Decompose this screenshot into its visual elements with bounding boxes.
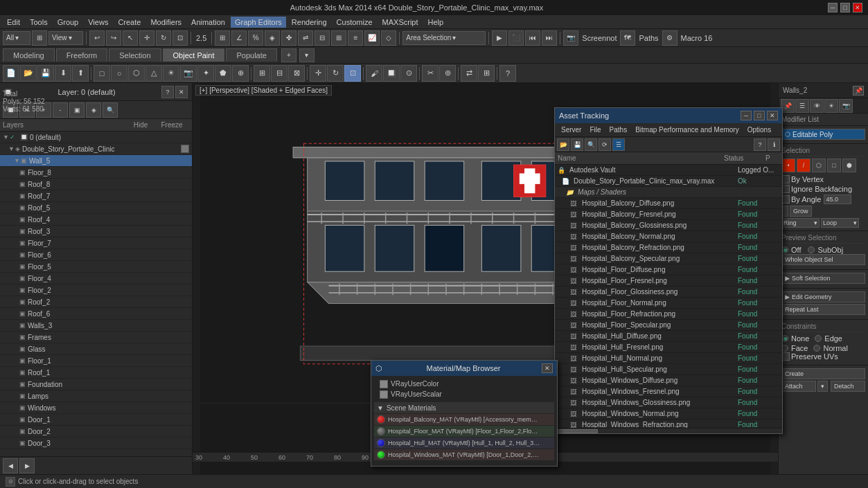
menu-maxscript[interactable]: MAXScript <box>378 17 423 28</box>
by-angle-input[interactable] <box>824 195 851 204</box>
mb-close-btn[interactable]: ✕ <box>542 363 553 373</box>
at-help-btn[interactable]: ? <box>754 138 766 151</box>
particle-btn[interactable]: ✦ <box>197 65 214 82</box>
layer-nav-next[interactable]: ▶ <box>19 458 35 473</box>
list-item[interactable]: ▣Door_2 <box>0 426 192 437</box>
vert-select-icon[interactable]: • <box>781 159 795 172</box>
list-item[interactable]: 🖼Hospital_Floor_Fresnel.pngFound <box>555 275 782 287</box>
list-item[interactable]: ▼ ▣ Wall_5 <box>0 155 192 167</box>
scale-button[interactable]: ⊡ <box>172 30 188 46</box>
list-item[interactable]: ▣Foundation <box>0 379 192 390</box>
border-select-icon[interactable]: ⬡ <box>812 159 826 172</box>
stop-anim-btn[interactable]: ⬛ <box>508 30 524 46</box>
list-item[interactable]: ▣Roof_2 <box>0 296 192 308</box>
menu-modifiers[interactable]: Modifiers <box>146 17 186 28</box>
list-item[interactable]: ▣Windows <box>0 402 192 414</box>
mb-vray-item-2[interactable]: VRayUserScalar <box>374 389 554 399</box>
open-btn[interactable]: 📂 <box>20 65 37 82</box>
at-tb-1[interactable]: 📂 <box>557 138 569 151</box>
shape-btn[interactable]: ⬟ <box>215 65 231 82</box>
paths-btn[interactable]: 🗺 <box>620 30 635 46</box>
list-item[interactable]: 📁 Maps / Shaders <box>555 187 782 198</box>
close-button[interactable]: ✕ <box>853 3 862 12</box>
layer-btn[interactable]: ≡ <box>348 30 363 46</box>
list-item[interactable]: ▣Roof_4 <box>0 214 192 226</box>
constraint-edge-radio[interactable] <box>815 335 822 342</box>
list-item[interactable]: 🖼Hospital_Hull_Diffuse.pngFound <box>555 331 782 342</box>
at-tb-4[interactable]: ⟳ <box>599 138 611 151</box>
percent-snap-btn[interactable]: % <box>248 30 263 46</box>
list-item[interactable]: ▣Glass <box>0 343 192 355</box>
helper-btn[interactable]: ⊕ <box>232 65 249 82</box>
list-item[interactable]: 🔒 Autodesk Vault Logged O... <box>555 165 782 176</box>
spinner-snap-btn[interactable]: ◈ <box>265 30 280 46</box>
camera-btn[interactable]: 📷 <box>180 65 197 82</box>
window-controls[interactable]: ─ □ ✕ <box>828 3 862 12</box>
list-item[interactable]: ▣Floor_6 <box>0 249 192 261</box>
list-item[interactable]: 🖼Hospital_Balcony_Normal.pngFound <box>555 231 782 242</box>
selection-filter-dropdown[interactable]: Area Selection ▾ <box>402 31 486 45</box>
list-item[interactable]: 🖼Hospital_Floor_Diffuse.pngFound <box>555 264 782 275</box>
rp-light-icon[interactable]: ☀ <box>824 99 838 113</box>
list-item[interactable]: ▼ ✓ 🔲 0 (default) <box>0 132 192 143</box>
layer-help-btn[interactable]: ? <box>161 86 174 98</box>
at-menu-bitmap[interactable]: Bitmap Performance and Memory <box>632 125 743 135</box>
select-all-btn[interactable]: ⊞ <box>254 65 270 82</box>
layer-sel-btn[interactable]: ▣ <box>69 102 85 118</box>
mb-vray-item-1[interactable]: VRayUserColor <box>374 379 554 389</box>
at-tb-3[interactable]: 🔍 <box>585 138 597 151</box>
list-item[interactable]: 🖼Hospital_Floor_Glossiness.pngFound <box>555 287 782 298</box>
layer-nav-prev[interactable]: ◀ <box>3 458 18 473</box>
element-select-icon[interactable]: ⬢ <box>842 159 856 172</box>
menu-views[interactable]: Views <box>84 17 112 28</box>
edge-select-icon[interactable]: / <box>797 159 811 172</box>
array-btn2[interactable]: ⊞ <box>478 65 495 82</box>
undo-button[interactable]: ↩ <box>89 30 105 46</box>
at-scrollbar[interactable] <box>555 428 782 433</box>
schematic-btn[interactable]: ◇ <box>381 30 396 46</box>
loop-dropdown[interactable]: Loop ▾ <box>821 218 859 228</box>
menu-help[interactable]: Help <box>424 17 448 28</box>
rp-list-icon[interactable]: ☰ <box>795 99 809 113</box>
list-item[interactable]: ▣Roof_5 <box>0 202 192 214</box>
menu-graph-editors[interactable]: Graph Editors <box>231 17 286 28</box>
layer-close-btn[interactable]: ✕ <box>175 86 188 98</box>
minimize-button[interactable]: ─ <box>828 3 838 12</box>
list-item[interactable]: 🖼Hospital_Floor_Specular.pngFound <box>555 320 782 331</box>
box-btn[interactable]: □ <box>94 65 110 82</box>
list-item[interactable]: 🖼Hospital_Balcony_Refraction.pngFound <box>555 242 782 253</box>
list-item[interactable]: ▣Floor_2 <box>0 284 192 296</box>
list-item[interactable]: 🖼Hospital_Hull_Specular.pngFound <box>555 364 782 375</box>
at-maximize[interactable]: □ <box>754 111 765 120</box>
soft-selection-btn[interactable]: ▶ Soft Selection <box>781 273 865 284</box>
rp-cam-icon[interactable]: 📷 <box>839 99 853 113</box>
snap-btn[interactable]: ⊞ <box>215 30 230 46</box>
at-scroll-thumb[interactable] <box>556 429 598 433</box>
menu-edit[interactable]: Edit <box>3 17 24 28</box>
list-item[interactable]: ▣Walls_3 <box>0 320 192 332</box>
mb-scene-item-1[interactable]: Hospital_Balcony_MAT (VRayMtl) [Accessor… <box>374 414 554 425</box>
layer-find-btn[interactable]: 🔍 <box>103 102 118 118</box>
select-button[interactable]: ↖ <box>123 30 138 46</box>
new-btn[interactable]: 📄 <box>3 65 19 82</box>
layer-rem-sel-btn[interactable]: - <box>53 102 68 118</box>
scale-btn2[interactable]: ⊡ <box>344 65 361 82</box>
list-item[interactable]: ▣Door_1 <box>0 414 192 426</box>
list-item[interactable]: 🖼Hospital_Floor_Refraction.pngFound <box>555 309 782 320</box>
list-item[interactable]: ▣Floor_5 <box>0 261 192 273</box>
attach-btn[interactable]: Attach <box>781 381 816 392</box>
play-anim-btn[interactable]: ▶ <box>492 30 507 46</box>
list-item[interactable]: ▣Roof_7 <box>0 190 192 202</box>
rotate-button[interactable]: ↻ <box>156 30 171 46</box>
list-item[interactable]: ▣Frames <box>0 332 192 343</box>
ring-dropdown[interactable]: Ring ▾ <box>781 218 820 228</box>
tab-freeform[interactable]: Freeform <box>56 48 108 62</box>
list-item[interactable]: 🖼Hospital_Windows_Normal.pngFound <box>555 408 782 419</box>
mb-scene-item-2[interactable]: Hospital_Floor_MAT (VRayMtl) [Floor_1,Fl… <box>374 426 554 437</box>
at-menu-options[interactable]: Options <box>744 125 774 135</box>
view-dropdown[interactable]: View ▾ <box>48 31 83 45</box>
align-btn[interactable]: ⊟ <box>315 30 330 46</box>
tab-populate[interactable]: Populate <box>226 48 276 62</box>
preview-subobj-radio[interactable] <box>808 246 815 253</box>
mirror-btn[interactable]: ⇌ <box>298 30 313 46</box>
